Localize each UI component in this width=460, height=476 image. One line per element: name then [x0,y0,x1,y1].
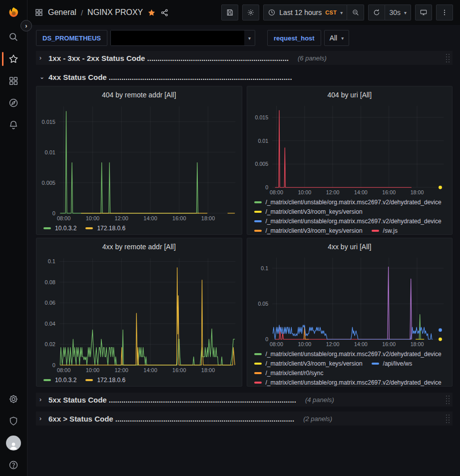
refresh-icon [373,8,381,16]
row-drag-handle[interactable] [445,395,450,407]
favorite-star-icon[interactable] [147,8,156,17]
more-options-button[interactable] [436,4,453,20]
request-host-value: All [330,34,338,42]
panel-title[interactable]: 4xx by uri [All] [247,241,453,253]
request-host-variable-select[interactable]: All ▾ [324,30,350,46]
panel-legend: /_matrix/client/unstable/org.matrix.msc2… [247,197,453,234]
dashboard-apps-icon [34,8,43,17]
legend-item[interactable]: 10.0.3.2 [43,223,76,233]
svg-text:0.08: 0.08 [45,279,55,285]
row-title: 5xx Status Code ........................… [48,396,296,404]
alerting-bell-icon[interactable] [0,114,27,136]
starred-dashboards-icon[interactable] [0,48,27,70]
breadcrumb-section[interactable]: General [48,8,76,17]
timeseries-chart[interactable]: 08:0010:0012:0014:0016:0018:0000.0050.01… [247,101,453,197]
legend-item[interactable]: 172.18.0.6 [85,375,125,385]
panel-legend: /_matrix/client/unstable/org.matrix.msc2… [247,349,453,386]
zoom-out-button[interactable] [347,4,364,20]
svg-text:0.015: 0.015 [42,119,55,125]
datasource-variable-label[interactable]: DS_PROMETHEUS [36,30,107,46]
svg-text:0.015: 0.015 [255,114,268,120]
legend-series-swatch [254,211,262,213]
svg-text:0: 0 [265,336,268,342]
row-1xx-3xx-2xx-status-code[interactable]: › 1xx - 3xx - 2xx Status Code ..........… [36,51,453,65]
svg-text:18:00: 18:00 [410,341,424,347]
share-icon[interactable] [160,8,169,17]
panel-4xx-by-uri[interactable]: 4xx by uri [All] 08:0010:0012:0014:0016:… [247,238,453,387]
panel-title[interactable]: 4xx by remote addr [All] [36,241,242,253]
configuration-gear-icon[interactable] [0,388,27,410]
svg-text:0.005: 0.005 [255,161,268,167]
legend-item[interactable]: /_matrix/client/unstable/org.matrix.msc2… [254,378,442,386]
request-host-variable-label[interactable]: request_host [267,30,321,46]
svg-text:0: 0 [265,184,268,190]
row-5xx-status-code[interactable]: › 5xx Status Code ......................… [36,393,453,407]
svg-text:08:00: 08:00 [57,367,70,373]
row-6xx-status-code[interactable]: › 6xx > Status Code ....................… [36,412,453,426]
refresh-interval-picker[interactable]: 30s ▾ [385,4,411,20]
legend-item[interactable]: /api/live/ws [372,359,413,368]
legend-item[interactable]: /_matrix/client/v3/room_keys/version [254,207,363,216]
legend-series-label: /_matrix/client/v3/room_keys/version [266,208,363,215]
legend-item[interactable]: /_matrix/client/v3/room_keys/version [254,226,363,234]
row-drag-handle[interactable] [445,414,450,426]
timeseries-chart[interactable]: 08:0010:0012:0014:0016:0018:0000.020.040… [36,253,242,375]
dashboard-settings-button[interactable] [242,4,259,20]
legend-series-label: /_matrix/client/v3/room_keys/version [266,360,363,367]
svg-text:16:00: 16:00 [382,189,396,195]
sidebar-expand-button[interactable]: › [20,20,32,31]
panel-title[interactable]: 404 by uri [All] [247,89,453,101]
legend-series-label: /_matrix/client/unstable/org.matrix.msc2… [266,351,442,358]
panels-grid: 404 by remote addr [All] 08:0010:0012:00… [36,86,453,387]
chevron-right-icon: › [39,415,44,422]
help-icon[interactable] [0,454,27,476]
legend-item[interactable]: 172.18.0.6 [85,223,125,233]
refresh-button[interactable] [368,4,385,20]
panel-4xx-by-remote-addr[interactable]: 4xx by remote addr [All] 08:0010:0012:00… [36,238,242,387]
row-panel-count: (2 panels) [303,415,332,423]
svg-text:10:00: 10:00 [298,189,311,195]
breadcrumb: General / NGINX PROXY [34,8,217,17]
user-avatar[interactable] [0,432,27,454]
svg-text:16:00: 16:00 [172,215,186,221]
legend-item[interactable]: /_matrix/client/unstable/org.matrix.msc2… [254,197,442,207]
legend-item[interactable]: /_matrix/client/unstable/org.matrix.msc2… [254,216,442,226]
panel-404-by-remote-addr[interactable]: 404 by remote addr [All] 08:0010:0012:00… [36,86,242,235]
dashboard-title[interactable]: NGINX PROXY [87,8,143,17]
svg-text:0: 0 [52,362,55,368]
legend-series-swatch [372,363,379,365]
svg-text:0.05: 0.05 [258,301,268,307]
legend-series-swatch [254,363,262,365]
panel-404-by-uri[interactable]: 404 by uri [All] 08:0010:0012:0014:0016:… [247,86,453,235]
timeseries-chart[interactable]: 08:0010:0012:0014:0016:0018:0000.050.1 [247,253,453,349]
tv-mode-button[interactable] [415,4,432,20]
row-4xx-status-code[interactable]: ⌄ 4xx Status Code ......................… [36,70,453,84]
explore-compass-icon[interactable] [0,92,27,114]
timeseries-chart[interactable]: 08:0010:0012:0014:0016:0018:0000.0050.01… [36,101,242,223]
legend-series-swatch [254,372,262,374]
time-range-picker[interactable]: Last 12 hours CST ▾ [263,4,347,20]
svg-text:10:00: 10:00 [86,367,99,373]
legend-series-label: /_matrix/client/unstable/org.matrix.msc2… [266,199,442,206]
svg-text:18:00: 18:00 [201,215,215,221]
legend-item[interactable]: /_matrix/client/r0/sync [254,368,324,378]
save-dashboard-button[interactable] [221,4,238,20]
legend-item[interactable]: /sw.js [372,226,398,234]
server-admin-shield-icon[interactable] [0,410,27,432]
svg-text:08:00: 08:00 [270,341,283,347]
svg-text:18:00: 18:00 [201,367,215,373]
datasource-variable-select[interactable]: ▾ [110,30,255,46]
legend-item[interactable]: /_matrix/client/v3/room_keys/version [254,359,363,368]
row-drag-handle[interactable] [445,53,450,65]
svg-text:14:00: 14:00 [354,341,368,347]
monitor-icon [420,8,428,16]
dashboards-icon[interactable] [0,70,27,92]
breadcrumb-separator: / [81,8,83,17]
legend-series-swatch [43,379,51,381]
legend-item[interactable]: /_matrix/client/unstable/org.matrix.msc2… [254,349,442,359]
active-indicator [2,52,3,66]
legend-item[interactable]: 10.0.3.2 [43,375,76,385]
panel-title[interactable]: 404 by remote addr [All] [36,89,242,101]
legend-series-label: /_matrix/client/unstable/org.matrix.msc2… [266,379,442,386]
legend-series-swatch [254,353,262,355]
